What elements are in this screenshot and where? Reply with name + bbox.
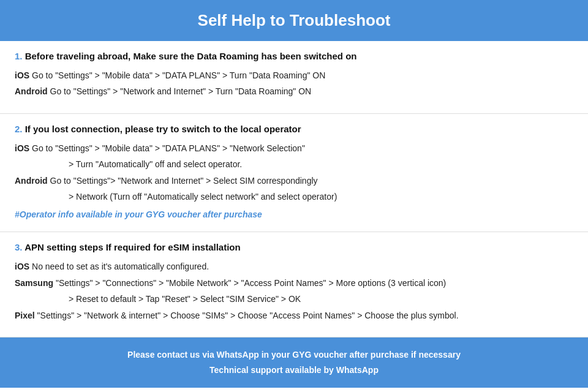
section-title-2: 2. If you lost connection, please try to…	[15, 124, 573, 134]
section-number-2: 2.	[15, 124, 25, 134]
section-number-3: 3.	[15, 242, 24, 252]
footer-line2: Technical support available by WhatsApp	[12, 363, 576, 378]
list-item-continuation: > Reset to default > Tap "Reset" > Selec…	[15, 292, 573, 306]
sections-container: 1. Before traveling abroad, Make sure th…	[0, 41, 588, 337]
list-item: Samsung "Settings" > "Connections" > "Mo…	[15, 276, 573, 290]
platform-label: iOS	[15, 70, 29, 80]
section-number-1: 1.	[15, 51, 25, 61]
section-title-1: 1. Before traveling abroad, Make sure th…	[15, 51, 573, 61]
page-title: Self Help to Troubleshoot	[12, 11, 576, 30]
list-item: iOS No need to set as it's automatically…	[15, 260, 573, 273]
header: Self Help to Troubleshoot	[0, 0, 588, 41]
section-2: 2. If you lost connection, please try to…	[0, 114, 588, 233]
list-item: Android Go to "Settings" > "Network and …	[15, 85, 573, 98]
section-3: 3. APN setting steps If required for eSI…	[0, 232, 588, 337]
list-item-continuation: > Network (Turn off "Automatically selec…	[15, 190, 573, 203]
list-item: iOS Go to "Settings" > "Mobile data" > "…	[15, 141, 573, 155]
platform-label: iOS	[15, 143, 29, 153]
platform-label: iOS	[15, 262, 29, 271]
section-title-3: 3. APN setting steps If required for eSI…	[15, 242, 573, 252]
list-item: Android Go to "Settings"> "Network and I…	[15, 174, 573, 187]
section-link-2[interactable]: #Operator info available in your GYG vou…	[15, 209, 573, 219]
footer-line1: Please contact us via WhatsApp in your G…	[12, 347, 576, 363]
platform-label: Android	[15, 86, 48, 96]
platform-label: Android	[15, 176, 48, 186]
platform-label: Pixel	[15, 311, 35, 320]
footer: Please contact us via WhatsApp in your G…	[0, 337, 588, 388]
platform-label: Samsung	[15, 278, 53, 288]
list-item-continuation: > Turn "Automatically" off and select op…	[15, 157, 573, 171]
list-item: iOS Go to "Settings" > "Mobile data" > "…	[15, 69, 573, 82]
list-item: Pixel "Settings" > "Network & internet" …	[15, 309, 573, 322]
section-1: 1. Before traveling abroad, Make sure th…	[0, 41, 588, 114]
